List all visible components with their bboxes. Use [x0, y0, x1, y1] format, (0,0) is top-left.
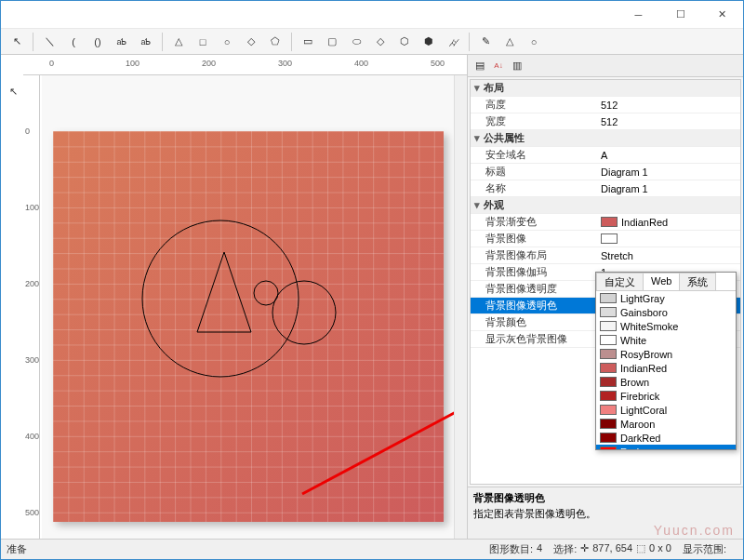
category-row[interactable]: ▾外观 — [471, 197, 740, 214]
text-tool-icon[interactable]: aƄ — [112, 32, 132, 52]
colorpicker-tab[interactable]: 自定义 — [596, 273, 644, 290]
canvas-pane: ↖ 0 100 200 300 400 500 0 100 200 300 40… — [1, 55, 468, 539]
pentagon-tool-icon[interactable]: ⬠ — [265, 32, 286, 52]
color-option[interactable]: DarkRed — [596, 431, 736, 445]
svg-marker-1 — [197, 252, 251, 332]
category-row[interactable]: ▾公共属性 — [471, 130, 740, 147]
properties-toolbar: ▤ A↓ ▥ — [468, 55, 743, 77]
small-circle-shape[interactable] — [272, 280, 337, 345]
smallest-circle-shape[interactable] — [253, 280, 279, 306]
arc2-tool-icon[interactable]: () — [87, 32, 108, 52]
property-row[interactable]: 背景图像 — [471, 231, 740, 247]
arc-tool-icon[interactable]: ( — [63, 32, 84, 52]
property-row[interactable]: 背景图像布局Stretch — [471, 247, 740, 264]
color-swatch — [600, 335, 617, 345]
property-row[interactable]: 高度512 — [471, 97, 740, 113]
property-row[interactable]: 宽度512 — [471, 113, 740, 130]
color-swatch — [600, 349, 617, 359]
color-option[interactable]: RosyBrown — [596, 347, 736, 361]
prop-pages-icon[interactable]: ▥ — [509, 58, 525, 74]
diagram-surface[interactable] — [53, 131, 444, 522]
ellipse-tool-icon[interactable]: ⬭ — [346, 32, 366, 52]
canvas[interactable] — [42, 75, 467, 539]
color-option[interactable]: IndianRed — [596, 361, 736, 375]
properties-grid: ▾布局高度512宽度512▾公共属性安全域名A标题Diagram 1名称Diag… — [470, 79, 741, 485]
color-option[interactable]: Firebrick — [596, 389, 736, 403]
color-swatch — [600, 377, 617, 387]
pencil-tool-icon[interactable]: ✎ — [475, 32, 496, 52]
cylinder-tool-icon[interactable]: ⌭ — [443, 32, 463, 52]
rect-tool-icon[interactable]: ▭ — [298, 32, 318, 52]
color-swatch — [601, 233, 618, 244]
range-label: 显示范围: — [683, 542, 726, 556]
color-swatch — [600, 419, 617, 429]
hexagon-tool-icon[interactable]: ⬡ — [394, 32, 415, 52]
property-row[interactable]: 安全域名A — [471, 147, 740, 164]
color-option[interactable]: WhiteSmoke — [596, 319, 736, 333]
hexagon2-tool-icon[interactable]: ⬢ — [418, 32, 439, 52]
main-toolbar: ↖ ＼ ( () aƄ aƄ △ □ ○ ◇ ⬠ ▭ ▢ ⬭ ◇ ⬡ ⬢ ⌭ ✎… — [1, 29, 743, 55]
horizontal-ruler: 0 100 200 300 400 500 — [23, 55, 467, 75]
maximize-button[interactable]: ☐ — [659, 1, 701, 29]
color-swatch — [600, 307, 617, 317]
triangle2-tool-icon[interactable]: △ — [499, 32, 520, 52]
titlebar: ─ ☐ ✕ — [1, 1, 743, 29]
property-row[interactable]: 标题Diagram 1 — [471, 164, 740, 180]
main-area: ↖ 0 100 200 300 400 500 0 100 200 300 40… — [1, 55, 743, 539]
expand-icon[interactable]: ▾ — [471, 82, 484, 94]
status-ready: 准备 — [7, 542, 27, 556]
circle2-tool-icon[interactable]: ○ — [524, 32, 544, 52]
diamond2-tool-icon[interactable]: ◇ — [370, 32, 391, 52]
selection-label: 选择: — [553, 542, 577, 556]
color-swatch — [600, 293, 617, 303]
color-option[interactable]: Gainsboro — [596, 305, 736, 319]
color-picker-dropdown: 自定义Web系统LightGrayGainsboroWhiteSmokeWhit… — [595, 272, 737, 450]
statusbar: 准备 图形数目: 4 选择: ✛ 877, 654 ⬚ 0 x 0 显示范围: — [1, 539, 743, 559]
sort-az-icon[interactable]: A↓ — [490, 58, 507, 74]
desc-text: 指定图表背景图像透明色。 — [473, 507, 737, 521]
color-option[interactable]: LightCoral — [596, 403, 736, 417]
colorpicker-list[interactable]: LightGrayGainsboroWhiteSmokeWhiteRosyBro… — [596, 291, 736, 449]
color-option[interactable]: LightGray — [596, 291, 736, 305]
colorpicker-tabs: 自定义Web系统 — [596, 273, 736, 291]
desc-title: 背景图像透明色 — [473, 491, 737, 505]
diamond-tool-icon[interactable]: ◇ — [241, 32, 261, 52]
property-description: 背景图像透明色 指定图表背景图像透明色。 — [468, 487, 743, 539]
category-row[interactable]: ▾布局 — [471, 80, 740, 97]
categorize-icon[interactable]: ▤ — [472, 58, 488, 74]
text2-tool-icon[interactable]: aƄ — [136, 32, 156, 52]
property-row[interactable]: 名称Diagram 1 — [471, 180, 740, 197]
app-window: ─ ☐ ✕ ↖ ＼ ( () aƄ aƄ △ □ ○ ◇ ⬠ ▭ ▢ ⬭ ◇ ⬡… — [0, 0, 744, 560]
close-button[interactable]: ✕ — [701, 1, 743, 29]
triangle-tool-icon[interactable]: △ — [168, 32, 189, 52]
vpointer-icon[interactable]: ↖ — [3, 81, 23, 101]
color-option[interactable]: Maroon — [596, 417, 736, 431]
expand-icon[interactable]: ▾ — [471, 199, 484, 211]
selection-size: 0 x 0 — [649, 542, 671, 556]
vertical-toolbox: ↖ — [3, 81, 23, 101]
rrect-tool-icon[interactable]: ▢ — [322, 32, 342, 52]
color-swatch — [600, 363, 617, 373]
color-option[interactable]: Red — [596, 445, 736, 449]
properties-pane: ▤ A↓ ▥ ▾布局高度512宽度512▾公共属性安全域名A标题Diagram … — [468, 55, 743, 539]
circle-tool-icon[interactable]: ○ — [217, 32, 237, 52]
triangle-shape[interactable] — [197, 252, 251, 332]
color-swatch — [600, 321, 617, 331]
line-tool-icon[interactable]: ＼ — [39, 32, 60, 52]
shape-count-label: 图形数目: — [489, 542, 533, 556]
color-option[interactable]: White — [596, 333, 736, 347]
color-swatch — [600, 433, 617, 443]
vertical-ruler: 0 100 200 300 400 500 — [23, 75, 40, 539]
expand-icon[interactable]: ▾ — [471, 132, 484, 144]
property-row[interactable]: 背景渐变色IndianRed — [471, 214, 740, 231]
shape-count: 4 — [537, 542, 542, 556]
colorpicker-tab[interactable]: 系统 — [679, 273, 716, 290]
pointer-tool-icon[interactable]: ↖ — [7, 32, 27, 52]
canvas-scrollbar[interactable] — [454, 75, 467, 539]
square-tool-icon[interactable]: □ — [193, 32, 213, 52]
color-swatch — [600, 405, 617, 415]
cursor-icon: ✛ — [580, 542, 589, 556]
minimize-button[interactable]: ─ — [618, 1, 659, 29]
colorpicker-tab[interactable]: Web — [643, 273, 680, 290]
color-option[interactable]: Brown — [596, 375, 736, 389]
